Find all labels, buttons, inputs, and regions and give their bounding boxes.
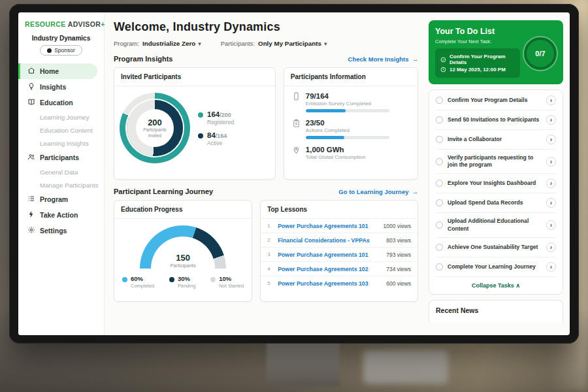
monitor-bezel: RESOURCE ADVISOR+ Industry Dynamics Spon… <box>9 4 579 344</box>
task-item[interactable]: Explore Your Insights Dashboard › <box>436 174 556 193</box>
checkbox-icon[interactable] <box>436 244 443 251</box>
sidebar-subitem-label: Learning Insights <box>40 140 89 147</box>
book-icon <box>27 98 35 107</box>
lesson-link[interactable]: Financial Considerations - VPPAs <box>278 237 381 244</box>
legend-label: Registered <box>207 119 234 125</box>
legend-value: 60% <box>131 275 154 282</box>
task-item[interactable]: Confirm Your Program Details › <box>436 91 556 110</box>
sidebar-item-education[interactable]: Education <box>18 95 104 110</box>
chevron-right-icon[interactable]: › <box>546 95 556 105</box>
lesson-row: 2 Financial Considerations - VPPAs 803 v… <box>261 233 417 248</box>
todo-tasks-card: Confirm Your Program Details › Send 50 I… <box>429 90 563 295</box>
sidebar-item-manage-participants[interactable]: Manage Participants <box>18 178 104 191</box>
go-to-learning-journey-link[interactable]: Go to Learning Journey → <box>338 188 418 195</box>
todo-next-task: Confirm Your Program Details <box>440 54 515 65</box>
sidebar-item-participants[interactable]: Participants <box>18 150 104 165</box>
gear-icon <box>27 226 35 235</box>
chevron-down-icon: ▾ <box>324 41 327 47</box>
task-item[interactable]: Invite a Collaborator › <box>436 130 556 150</box>
checkbox-icon[interactable] <box>436 97 443 104</box>
participants-filter[interactable]: Participants: Only My Participants ▾ <box>221 40 327 47</box>
sidebar-item-label: Education <box>40 99 73 106</box>
lesson-views: 1000 views <box>383 223 411 229</box>
todo-title: Your To Do List <box>435 27 557 36</box>
filters-row: Program: Industrialize Zero ▾ Participan… <box>114 40 418 47</box>
sidebar-item-home[interactable]: Home <box>18 63 97 79</box>
sidebar-item-label: Settings <box>40 227 67 235</box>
lesson-rank: 2 <box>267 237 272 243</box>
sidebar-item-program[interactable]: Program <box>18 191 104 207</box>
task-item[interactable]: Achieve One Sustainability Target › <box>436 238 556 257</box>
task-label: Upload Spend Data Records <box>448 199 542 206</box>
stat-label: Actions Completed <box>306 127 389 133</box>
check-more-insights-link[interactable]: Check More Insights → <box>348 56 418 63</box>
todo-due: 12 May 2025, 12:00 PM <box>440 67 515 73</box>
task-item[interactable]: Send 50 Invitations to Participants › <box>436 110 556 130</box>
legend-dot <box>198 112 203 118</box>
sponsor-icon <box>47 48 52 53</box>
progress-bar <box>306 136 389 139</box>
sidebar-item-learning-journey[interactable]: Learning Journey <box>18 110 104 123</box>
task-item[interactable]: Verify participants requesting to join t… <box>436 150 556 174</box>
learning-journey-cards: Education Progress 150 Participants <box>114 200 418 302</box>
sidebar-item-take-action[interactable]: Take Action <box>18 207 104 223</box>
checkbox-icon[interactable] <box>436 221 443 229</box>
collapse-tasks-button[interactable]: Collapse Tasks ∧ <box>436 277 556 293</box>
chevron-up-icon: ∧ <box>515 282 520 289</box>
chevron-right-icon[interactable]: › <box>546 115 556 125</box>
task-label: Confirm Your Program Details <box>448 97 542 104</box>
education-progress-title: Education Progress <box>114 201 252 219</box>
checkbox-icon[interactable] <box>436 199 443 206</box>
task-item[interactable]: Complete Your Learning Journey › <box>436 257 556 277</box>
chevron-right-icon[interactable]: › <box>546 135 556 144</box>
task-item[interactable]: Upload Additional Educational Content › <box>436 213 556 237</box>
program-filter[interactable]: Program: Industrialize Zero ▾ <box>114 40 201 47</box>
chevron-right-icon[interactable]: › <box>546 220 556 230</box>
sidebar-item-settings[interactable]: Settings <box>18 223 104 238</box>
sponsor-label: Sponsor <box>54 47 75 54</box>
todo-next-task-label: Confirm Your Program Details <box>449 54 515 65</box>
education-gauge-chart: 150 Participants <box>140 225 226 269</box>
lesson-link[interactable]: Power Purchase Agreements 102 <box>278 266 381 272</box>
lesson-row: 4 Power Purchase Agreements 102 734 view… <box>261 262 417 276</box>
lesson-rank: 3 <box>267 252 272 257</box>
chevron-right-icon[interactable]: › <box>546 157 556 167</box>
task-item[interactable]: Upload Spend Data Records › <box>436 193 556 213</box>
chevron-right-icon[interactable]: › <box>546 262 556 272</box>
lesson-row: 5 Power Purchase Agreements 103 600 view… <box>261 276 417 290</box>
learning-journey-title: Participant Learning Journey <box>114 188 213 195</box>
lesson-link[interactable]: Power Purchase Agreements 101 <box>278 223 378 229</box>
checkbox-icon[interactable] <box>436 263 443 270</box>
chevron-right-icon[interactable]: › <box>546 178 556 188</box>
sponsor-badge[interactable]: Sponsor <box>40 45 82 56</box>
desk-object <box>363 350 448 384</box>
invited-participants-body: 200 Participants Invited 164/200 Registe <box>114 86 275 170</box>
task-label: Achieve One Sustainability Target <box>448 244 542 251</box>
sidebar-item-insights[interactable]: Insights <box>18 79 104 95</box>
invited-center-label: Participants Invited <box>141 127 169 139</box>
lesson-link[interactable]: Power Purchase Agreements 103 <box>278 280 381 287</box>
brand-logo: RESOURCE ADVISOR+ <box>18 12 104 29</box>
checkbox-icon[interactable] <box>436 158 443 165</box>
legend-total: /164 <box>216 133 227 139</box>
checkbox-icon[interactable] <box>436 180 443 187</box>
stat-value: 79/164 <box>306 92 389 100</box>
participants-information-title: Participants Information <box>284 68 417 86</box>
check-circle-icon <box>440 57 446 63</box>
stat-progress-fill <box>306 109 346 112</box>
sidebar-item-general-data[interactable]: General Data <box>18 165 104 178</box>
checkbox-icon[interactable] <box>436 136 443 143</box>
checkbox-icon[interactable] <box>436 116 443 123</box>
recent-news-card: Recent News <box>429 300 563 322</box>
chevron-right-icon[interactable]: › <box>546 198 556 208</box>
sidebar-item-education-content[interactable]: Education Content <box>18 123 104 137</box>
learning-journey-section-header: Participant Learning Journey Go to Learn… <box>114 188 418 195</box>
todo-progress-value: 0/7 <box>535 50 545 57</box>
chevron-right-icon[interactable]: › <box>546 242 556 252</box>
sidebar-item-learning-insights[interactable]: Learning Insights <box>18 137 104 150</box>
recent-news-title: Recent News <box>436 306 556 314</box>
education-gauge-center: 150 Participants <box>140 253 226 269</box>
lesson-link[interactable]: Power Purchase Agreements 101 <box>278 252 381 258</box>
link-label: Check More Insights <box>348 56 409 63</box>
task-label: Explore Your Insights Dashboard <box>448 180 542 187</box>
